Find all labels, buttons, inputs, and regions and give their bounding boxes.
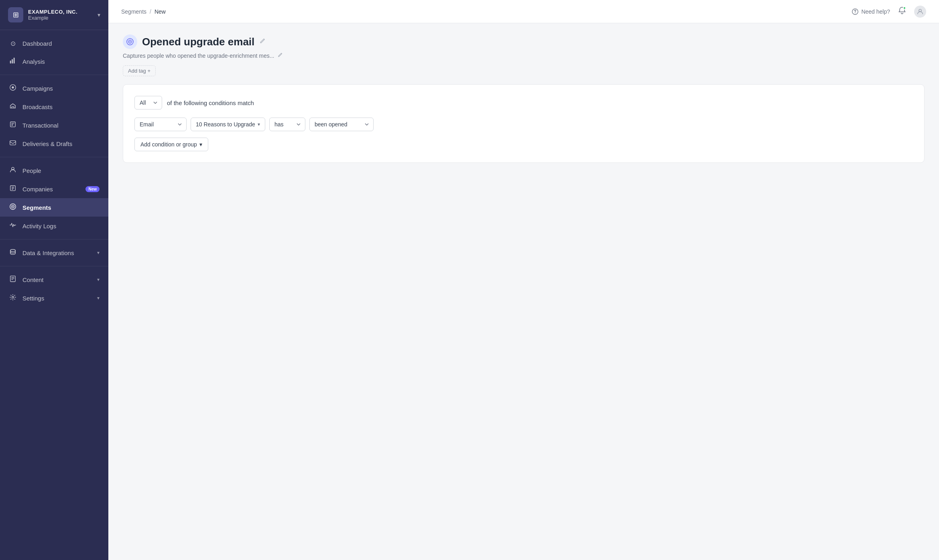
segment-icon: [123, 34, 137, 49]
svg-point-4: [12, 86, 14, 88]
page-content: Opened upgrade email Captures people who…: [108, 23, 939, 560]
message-name-select[interactable]: 10 Reasons to Upgrade ▾: [191, 118, 265, 131]
has-select[interactable]: has has not: [269, 118, 305, 131]
company-name: EXAMPLECO, INC.: [28, 9, 93, 15]
all-conditions-select[interactable]: All Any: [134, 96, 162, 110]
svg-rect-6: [10, 141, 16, 145]
been-opened-select[interactable]: been opened been clicked been sent: [309, 118, 374, 131]
topbar-actions: Need help?: [852, 6, 926, 18]
nav-divider-4: [0, 266, 108, 266]
svg-point-11: [12, 206, 14, 207]
svg-rect-13: [10, 276, 16, 282]
notifications-button[interactable]: [898, 6, 906, 16]
svg-point-12: [10, 250, 16, 252]
sidebar-item-analysis[interactable]: Analysis: [0, 52, 108, 71]
sidebar-item-transactional[interactable]: Transactional: [0, 116, 108, 134]
sidebar-nav: ⊙ Dashboard Analysis Campaigns Broadcast…: [0, 30, 108, 560]
activity-logs-icon: [9, 221, 17, 230]
sidebar-item-label: Content: [22, 276, 91, 283]
sidebar-item-label: Companies: [22, 186, 80, 193]
company-info: EXAMPLECO, INC. Example: [28, 9, 93, 21]
nav-divider-2: [0, 157, 108, 157]
company-logo: ⊞: [8, 7, 23, 22]
people-icon: [9, 166, 17, 175]
sidebar-item-campaigns[interactable]: Campaigns: [0, 79, 108, 97]
nav-divider-3: [0, 239, 108, 239]
message-select-chevron-icon: ▾: [258, 122, 260, 127]
page-title: Opened upgrade email: [142, 36, 254, 48]
conditions-match-text: of the following conditions match: [167, 99, 254, 106]
sidebar-item-label: Data & Integrations: [22, 250, 91, 256]
svg-rect-2: [14, 58, 15, 63]
company-chevron-icon: ▾: [98, 12, 100, 18]
svg-point-19: [130, 41, 131, 43]
broadcasts-icon: [9, 102, 17, 111]
page-title-row: Opened upgrade email: [123, 34, 925, 49]
sidebar-item-people[interactable]: People: [0, 161, 108, 180]
content-icon: [9, 275, 17, 284]
content-chevron-icon: ▾: [97, 277, 100, 282]
page-description-text: Captures people who opened the upgrade-e…: [123, 53, 274, 59]
conditions-card: All Any of the following conditions matc…: [123, 84, 925, 163]
transactional-icon: [9, 121, 17, 130]
analysis-icon: [9, 57, 17, 66]
title-edit-icon[interactable]: [259, 38, 266, 46]
sidebar-item-activity-logs[interactable]: Activity Logs: [0, 217, 108, 235]
sidebar-item-label: Settings: [22, 295, 91, 302]
deliveries-icon: [9, 139, 17, 148]
conditions-header: All Any of the following conditions matc…: [134, 96, 913, 110]
campaigns-icon: [9, 84, 17, 93]
sidebar-item-data-integrations[interactable]: Data & Integrations ▾: [0, 243, 108, 262]
data-integrations-chevron-icon: ▾: [97, 250, 100, 256]
main-area: Segments / New Need help? Opened upgra: [108, 0, 939, 560]
sidebar-item-deliveries[interactable]: Deliveries & Drafts: [0, 134, 108, 153]
data-integrations-icon: [9, 248, 17, 257]
help-button[interactable]: Need help?: [852, 8, 890, 15]
sidebar: ⊞ EXAMPLECO, INC. Example ▾ ⊙ Dashboard …: [0, 0, 108, 560]
company-sub: Example: [28, 15, 93, 21]
nav-divider: [0, 75, 108, 75]
page-description-row: Captures people who opened the upgrade-e…: [123, 52, 925, 59]
sidebar-item-label: Segments: [22, 204, 100, 211]
sidebar-item-label: Deliveries & Drafts: [22, 140, 100, 147]
settings-icon: [9, 294, 17, 302]
sidebar-item-broadcasts[interactable]: Broadcasts: [0, 97, 108, 116]
sidebar-item-dashboard[interactable]: ⊙ Dashboard: [0, 35, 108, 52]
sidebar-item-settings[interactable]: Settings ▾: [0, 289, 108, 307]
companies-icon: [9, 185, 17, 193]
breadcrumb: Segments / New: [121, 8, 166, 15]
condition-type-select[interactable]: Email Page Event Attribute: [134, 118, 187, 131]
dashboard-icon: ⊙: [9, 40, 17, 47]
add-tag-button[interactable]: Add tag +: [123, 65, 156, 76]
breadcrumb-current: New: [154, 8, 166, 15]
sidebar-item-label: Transactional: [22, 122, 100, 129]
sidebar-header[interactable]: ⊞ EXAMPLECO, INC. Example ▾: [0, 0, 108, 30]
sidebar-item-label: Broadcasts: [22, 103, 100, 110]
segments-icon: [9, 203, 17, 212]
sidebar-item-content[interactable]: Content ▾: [0, 270, 108, 289]
notification-dot: [903, 6, 906, 10]
condition-row: Email Page Event Attribute 10 Reasons to…: [134, 118, 913, 131]
sidebar-item-label: Campaigns: [22, 85, 100, 92]
topbar: Segments / New Need help?: [108, 0, 939, 23]
help-label: Need help?: [861, 8, 890, 15]
breadcrumb-segments[interactable]: Segments: [121, 8, 146, 15]
companies-new-badge: New: [85, 186, 100, 192]
svg-rect-0: [10, 61, 11, 63]
add-condition-button[interactable]: Add condition or group ▾: [134, 138, 208, 151]
sidebar-item-companies[interactable]: Companies New: [0, 180, 108, 198]
sidebar-item-label: People: [22, 167, 100, 174]
sidebar-item-label: Dashboard: [22, 40, 100, 47]
description-edit-icon[interactable]: [277, 52, 283, 59]
sidebar-item-label: Activity Logs: [22, 223, 100, 229]
svg-point-14: [12, 296, 14, 298]
sidebar-item-label: Analysis: [22, 58, 100, 65]
add-condition-label: Add condition or group: [140, 141, 197, 148]
sidebar-item-segments[interactable]: Segments: [0, 198, 108, 217]
svg-rect-1: [12, 59, 13, 63]
user-avatar[interactable]: [914, 6, 926, 18]
message-name-text: 10 Reasons to Upgrade: [196, 121, 255, 128]
add-condition-chevron-icon: ▾: [199, 141, 202, 148]
settings-chevron-icon: ▾: [97, 295, 100, 301]
breadcrumb-separator: /: [150, 8, 151, 15]
